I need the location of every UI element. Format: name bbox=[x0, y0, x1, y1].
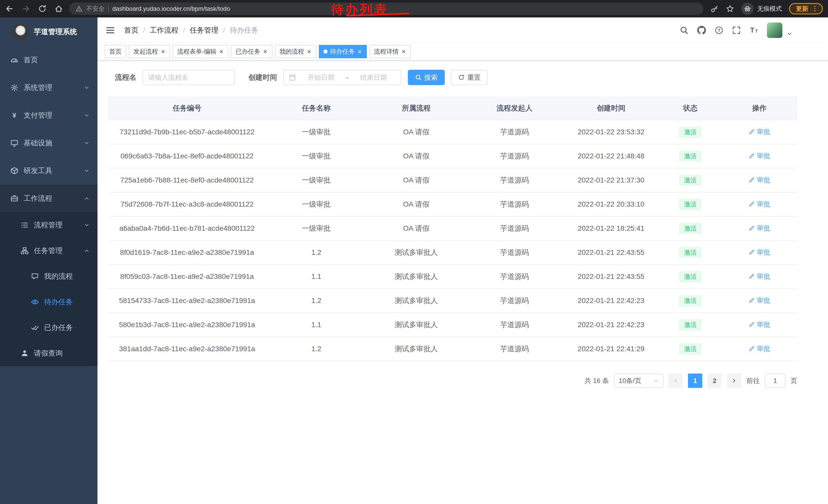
sidebar-item-3[interactable]: 基础设施 bbox=[0, 129, 97, 157]
gear-icon bbox=[10, 84, 18, 92]
fullscreen-icon[interactable] bbox=[732, 26, 741, 35]
column-header: 所属流程 bbox=[366, 96, 466, 120]
tab-3[interactable]: 已办任务× bbox=[231, 45, 272, 58]
back-icon[interactable] bbox=[5, 4, 14, 13]
breadcrumb-item[interactable]: 首页 bbox=[124, 26, 138, 35]
table-row: 725a1eb6-7b88-11ec-8ef0-acde48001122一级审批… bbox=[108, 168, 797, 192]
cell-status: 激活 bbox=[659, 289, 721, 313]
cell-id: 580e1b3d-7ac8-11ec-a9e2-a2380e71991a bbox=[108, 313, 266, 337]
breadcrumb-item[interactable]: 工作流程 bbox=[150, 26, 178, 35]
browser-menu-icon[interactable] bbox=[811, 5, 819, 12]
sidebar-item-1[interactable]: 系统管理 bbox=[0, 74, 97, 101]
approve-link[interactable]: 审批 bbox=[748, 151, 770, 161]
tab-2[interactable]: 流程表单-编辑× bbox=[173, 45, 228, 58]
user-avatar[interactable] bbox=[767, 22, 782, 38]
tab-4[interactable]: 我的流程× bbox=[275, 45, 316, 58]
forward-icon[interactable] bbox=[22, 4, 30, 13]
search-icon[interactable] bbox=[680, 26, 689, 35]
approve-link[interactable]: 审批 bbox=[748, 224, 770, 233]
tab-close-icon[interactable]: × bbox=[307, 48, 312, 55]
approve-label: 审批 bbox=[757, 176, 770, 185]
browser-actions: 无痕模式 更新 bbox=[710, 3, 823, 15]
search-button[interactable]: 搜索 bbox=[408, 70, 445, 85]
page-button-1[interactable]: 1 bbox=[688, 373, 702, 388]
cell-status: 激活 bbox=[659, 168, 721, 192]
tab-close-icon[interactable]: × bbox=[161, 48, 165, 55]
tab-1[interactable]: 发起流程× bbox=[129, 45, 170, 58]
cell-process: OA 请假 bbox=[366, 168, 466, 192]
sidebar-item-2[interactable]: 支付管理 bbox=[0, 101, 97, 129]
sidebar-item-11[interactable]: 请假查询 bbox=[0, 340, 97, 366]
approve-link[interactable]: 审批 bbox=[748, 272, 770, 281]
table-body: 73211d9d-7b9b-11ec-b5b7-acde48001122一级审批… bbox=[108, 120, 797, 361]
yen-icon bbox=[10, 111, 18, 120]
browser-nav-buttons bbox=[5, 4, 63, 13]
approve-link[interactable]: 审批 bbox=[748, 320, 770, 329]
goto-page-input[interactable] bbox=[765, 373, 785, 388]
cell-status: 激活 bbox=[659, 216, 721, 240]
page-size-select[interactable]: 10条/页 bbox=[614, 373, 663, 388]
cell-name: 一级审批 bbox=[266, 192, 366, 216]
approve-link[interactable]: 审批 bbox=[748, 127, 770, 136]
chevron-right-icon bbox=[732, 378, 737, 383]
org-icon bbox=[20, 246, 29, 255]
font-size-icon[interactable] bbox=[749, 26, 758, 35]
sidebar-toggle-hamburger-icon[interactable] bbox=[105, 25, 115, 35]
main: 首页/工作流程/任务管理/待办任务 首页发起流程×流程表单-编辑×已办任务×我的… bbox=[97, 17, 828, 504]
help-icon[interactable] bbox=[715, 26, 723, 35]
next-page-button[interactable] bbox=[727, 373, 741, 388]
date-range-picker[interactable]: 开始日期 - 结束日期 bbox=[283, 70, 401, 85]
cell-created: 2022-01-22 18:25:41 bbox=[563, 216, 659, 240]
status-badge: 激活 bbox=[679, 126, 702, 138]
sidebar-item-6[interactable]: 流程管理 bbox=[0, 212, 97, 238]
tab-5[interactable]: 待办任务× bbox=[319, 45, 367, 58]
status-badge: 激活 bbox=[679, 319, 702, 330]
sidebar-item-5[interactable]: 工作流程 bbox=[0, 185, 97, 212]
avatar-caret-icon[interactable] bbox=[787, 31, 792, 36]
tab-close-icon[interactable]: × bbox=[219, 48, 224, 55]
update-browser-button[interactable]: 更新 bbox=[789, 3, 823, 14]
sidebar-item-4[interactable]: 研发工具 bbox=[0, 157, 97, 185]
cell-created: 2022-01-21 22:43:55 bbox=[563, 265, 659, 289]
tab-close-icon[interactable]: × bbox=[357, 48, 362, 55]
app-logo[interactable]: 芋道管理系统 bbox=[0, 17, 97, 46]
cell-initiator: 芋道源码 bbox=[466, 168, 563, 192]
cell-created: 2022-01-22 20:33:10 bbox=[563, 192, 659, 216]
cell-initiator: 芋道源码 bbox=[466, 120, 563, 144]
process-name-input[interactable] bbox=[142, 70, 235, 85]
sidebar-item-10[interactable]: 已办任务 bbox=[0, 315, 97, 340]
breadcrumb-item[interactable]: 任务管理 bbox=[190, 26, 218, 35]
sidebar-item-7[interactable]: 任务管理 bbox=[0, 238, 97, 264]
tab-6[interactable]: 流程详情× bbox=[369, 45, 411, 58]
approve-link[interactable]: 审批 bbox=[748, 200, 770, 209]
cell-action: 审批 bbox=[721, 313, 797, 337]
cell-id: 75d72608-7b7f-11ec-a3c8-acde48001122 bbox=[108, 192, 266, 216]
reload-icon[interactable] bbox=[38, 4, 47, 13]
page-button-2[interactable]: 2 bbox=[707, 373, 722, 388]
done-icon bbox=[31, 324, 39, 332]
sidebar-item-8[interactable]: 我的流程 bbox=[0, 264, 97, 289]
approve-link[interactable]: 审批 bbox=[748, 176, 770, 185]
user-icon bbox=[20, 349, 29, 357]
prev-page-button[interactable] bbox=[668, 373, 683, 388]
reset-button[interactable]: 重置 bbox=[451, 70, 488, 85]
bookmark-star-icon[interactable] bbox=[726, 5, 734, 13]
tab-0[interactable]: 首页 bbox=[105, 45, 126, 58]
cell-status: 激活 bbox=[659, 337, 721, 361]
sidebar-item-0[interactable]: 首页 bbox=[0, 46, 97, 74]
tab-close-icon[interactable]: × bbox=[263, 48, 267, 55]
approve-link[interactable]: 审批 bbox=[748, 296, 770, 305]
approve-link[interactable]: 审批 bbox=[748, 248, 770, 257]
github-icon[interactable] bbox=[697, 26, 706, 35]
pencil-icon bbox=[748, 273, 755, 279]
tab-close-icon[interactable]: × bbox=[401, 48, 406, 55]
not-secure-warning-icon[interactable] bbox=[75, 5, 83, 12]
approve-label: 审批 bbox=[757, 320, 770, 329]
eye-icon bbox=[31, 298, 39, 306]
home-icon[interactable] bbox=[54, 4, 63, 13]
column-header: 任务编号 bbox=[108, 96, 266, 120]
sidebar-item-9[interactable]: 待办任务 bbox=[0, 289, 97, 315]
cell-action: 审批 bbox=[721, 216, 797, 240]
key-icon[interactable] bbox=[710, 5, 719, 13]
approve-link[interactable]: 审批 bbox=[748, 344, 770, 353]
